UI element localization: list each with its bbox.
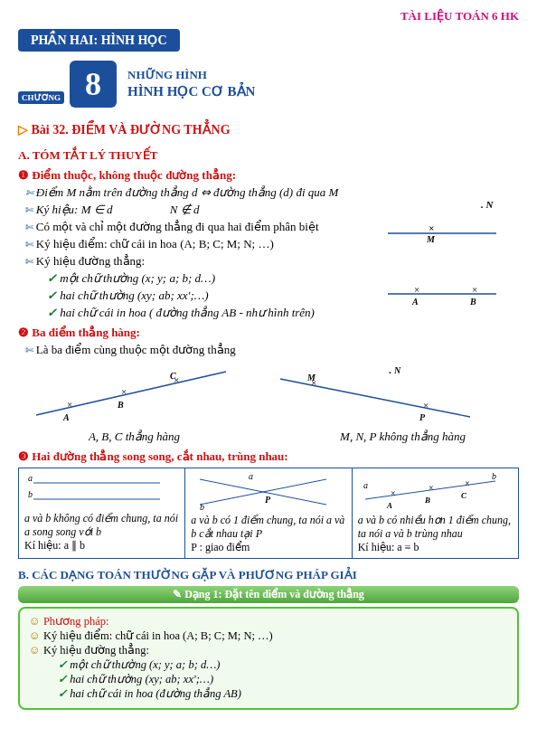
- svg-text:C: C: [461, 491, 467, 500]
- svg-text:a: a: [249, 471, 253, 481]
- method-2c: hai chữ cái in hoa (đường thẳng AB): [58, 686, 508, 701]
- svg-text:.: .: [389, 364, 391, 375]
- method-box: Phương pháp: Ký hiệu điểm: chữ cái in ho…: [18, 607, 519, 710]
- chapter-super: NHỮNG HÌNH: [127, 68, 255, 83]
- sub-heading-3: ❸ Hai đường thẳng song song, cắt nhau, t…: [18, 449, 519, 464]
- chapter-row: CHƯƠNG 8 NHỮNG HÌNH HÌNH HỌC CƠ BẢN: [18, 61, 519, 108]
- diagram-point-line: × M . N: [383, 197, 501, 242]
- svg-text:b: b: [492, 471, 496, 481]
- svg-text:P: P: [265, 495, 271, 505]
- case1-text: a và b không có điểm chung, ta nói a son…: [24, 512, 178, 538]
- svg-text:×: ×: [472, 284, 477, 295]
- line-2a: Ký hiệu: M ∈ d: [36, 203, 113, 216]
- case1-ki: Kí hiệu: a ∥ b: [24, 539, 179, 553]
- svg-text:×: ×: [465, 478, 470, 488]
- svg-text:A: A: [386, 501, 392, 510]
- section-a: A. TÓM TẮT LÝ THUYẾT: [18, 148, 519, 163]
- sub-heading-1: ❶ Điểm thuộc, không thuộc đường thẳng:: [18, 168, 519, 183]
- svg-line-16: [280, 379, 470, 417]
- line-6: Là ba điểm cùng thuộc một đường thẳng: [25, 343, 519, 357]
- svg-text:A: A: [411, 297, 419, 307]
- collinear-captions: A, B, C thẳng hàng M, N, P không thẳng h…: [18, 430, 519, 444]
- cases-row: a b a và b không có điểm chung, ta nói a…: [18, 468, 519, 559]
- svg-text:M: M: [426, 234, 436, 244]
- chapter-main: HÌNH HỌC CƠ BẢN: [127, 83, 255, 101]
- svg-text:a: a: [28, 473, 33, 483]
- svg-text:a: a: [363, 480, 368, 490]
- svg-text:×: ×: [121, 386, 127, 397]
- svg-text:×: ×: [429, 483, 434, 493]
- chapter-word: CHƯƠNG: [18, 91, 64, 104]
- case2-ki: P : giao điểm: [191, 541, 345, 554]
- dang-bar: Dạng 1: Đặt tên điểm và đường thẳng: [18, 586, 519, 603]
- section-b: B. CÁC DẠNG TOÁN THƯỜNG GẶP VÀ PHƯƠNG PH…: [18, 568, 519, 582]
- case-intersect: P a b a và b có 1 điểm chung, ta nói a v…: [185, 468, 352, 558]
- svg-text:×: ×: [391, 488, 396, 498]
- case-coincide: a b ×A ×B ×C a và b có nhiều hơn 1 điểm …: [353, 468, 518, 558]
- svg-line-9: [36, 372, 226, 415]
- collinear-diagrams: ×A ×B ×C ×M ×P .N: [18, 361, 519, 424]
- case3-text: a và b có nhiều hơn 1 điểm chung, ta nói…: [358, 514, 511, 540]
- line-1-text: Điểm M nằm trên đường thẳng d ⇔ đường th…: [36, 185, 339, 199]
- svg-text:. N: . N: [481, 199, 495, 210]
- svg-text:B: B: [117, 400, 124, 410]
- diagram-line-ab: × A × B: [383, 281, 501, 308]
- svg-text:×: ×: [414, 284, 419, 295]
- pp-label: Phương pháp:: [29, 614, 508, 628]
- svg-text:b: b: [200, 502, 204, 512]
- doc-banner: TÀI LIỆU TOÁN 6 HK: [18, 9, 519, 24]
- method-2a: một chữ thường (x; y; a; b; d…): [58, 657, 508, 672]
- method-2b: hai chữ thường (xy; ab; xx′;…): [58, 672, 508, 686]
- svg-text:P: P: [419, 412, 426, 422]
- svg-text:×: ×: [67, 399, 72, 410]
- svg-text:A: A: [62, 412, 70, 422]
- svg-text:b: b: [28, 489, 33, 499]
- svg-text:B: B: [424, 496, 430, 505]
- line-5: Ký hiệu đường thẳng:: [25, 254, 519, 269]
- svg-text:M: M: [306, 373, 316, 383]
- diagram-collinear: ×A ×B ×C: [18, 361, 244, 424]
- line-2b: N ∉ d: [170, 203, 200, 216]
- caption-noncollinear: M, N, P không thẳng hàng: [287, 430, 519, 444]
- case2-text: a và b có 1 điểm chung, ta nói a và b cắ…: [191, 514, 344, 540]
- part-bar: PHẦN HAI: HÌNH HỌC: [18, 29, 180, 52]
- case3-ki: Kí hiệu: a ≡ b: [358, 541, 513, 554]
- svg-text:×: ×: [423, 400, 429, 411]
- lesson-heading: Bài 32. ĐIỂM VÀ ĐƯỜNG THẲNG: [18, 122, 519, 137]
- chapter-number: 8: [70, 61, 117, 108]
- method-1: Ký hiệu điểm: chữ cái in hoa (A; B; C; M…: [29, 628, 508, 643]
- case-parallel: a b a và b không có điểm chung, ta nói a…: [19, 468, 185, 558]
- svg-text:C: C: [170, 371, 176, 381]
- svg-text:×: ×: [429, 222, 434, 233]
- svg-text:N: N: [393, 365, 401, 375]
- method-2: Ký hiệu đường thẳng:: [29, 643, 508, 657]
- diagram-noncollinear: ×M ×P .N: [262, 361, 488, 424]
- sub-heading-2: ❷ Ba điểm thẳng hàng:: [18, 326, 519, 340]
- caption-collinear: A, B, C thẳng hàng: [18, 430, 250, 444]
- svg-text:B: B: [469, 297, 476, 307]
